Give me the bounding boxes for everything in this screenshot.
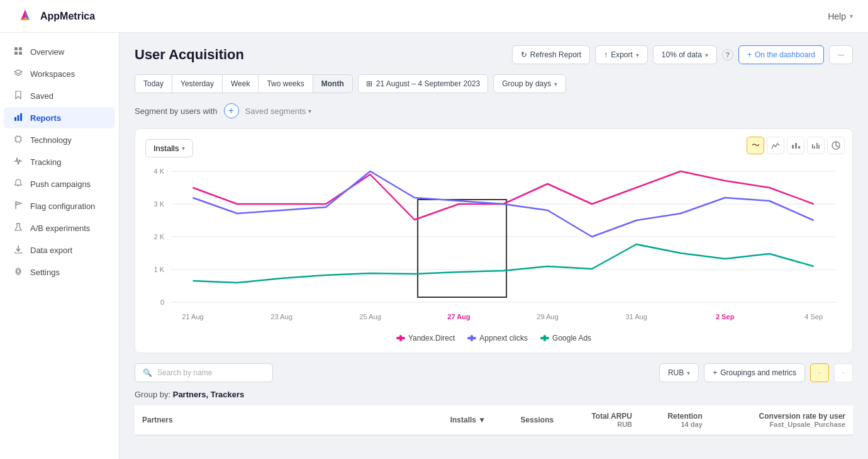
legend-yandex-direct: Yandex.Direct	[396, 334, 455, 343]
on-dashboard-btn[interactable]: + On the dashboard	[738, 45, 824, 64]
svg-text:27 Aug: 27 Aug	[447, 313, 470, 320]
svg-rect-25	[792, 145, 794, 149]
grouped-bar-chart-btn[interactable]	[807, 137, 825, 154]
svg-point-24	[17, 270, 20, 273]
svg-rect-2	[14, 47, 18, 50]
date-tab-two-weeks[interactable]: Two weeks	[259, 75, 313, 93]
groupings-metrics-btn[interactable]: + Groupings and metrics	[704, 363, 805, 382]
sidebar-item-label: Saved	[30, 91, 53, 101]
date-range-bar: TodayYesterdayWeekTwo weeksMonth ⊞ 21 Au…	[135, 74, 853, 93]
refresh-report-btn[interactable]: ↻ Refresh Report	[512, 45, 590, 64]
sidebar-item-saved[interactable]: Saved	[4, 85, 115, 106]
info-icon[interactable]: ?	[722, 49, 733, 60]
chevron-down-icon: ▾	[636, 52, 639, 59]
col-sub-3: RUB	[569, 421, 632, 428]
col-header-1[interactable]: Installs ▼	[422, 405, 493, 435]
date-tab-today[interactable]: Today	[135, 75, 172, 93]
grouped-bar-icon	[811, 141, 820, 150]
table-header-row: PartnersInstalls ▼SessionsTotal ARPURUBR…	[135, 405, 853, 435]
search-icon: 🔍	[143, 368, 152, 377]
search-by-name-input[interactable]: 🔍 Search by name	[135, 363, 273, 382]
date-tab-week[interactable]: Week	[223, 75, 259, 93]
sidebar-item-technology[interactable]: Technology	[4, 129, 115, 150]
date-tab-month[interactable]: Month	[313, 75, 352, 93]
logo-area: AppMetrica	[15, 6, 95, 26]
svg-rect-26	[795, 143, 797, 149]
table-list-view-btn[interactable]	[810, 363, 829, 382]
pie-chart-icon	[832, 141, 840, 150]
group-by-btn[interactable]: Group by days ▾	[493, 74, 566, 93]
svg-rect-3	[19, 47, 22, 50]
sidebar-item-label: Settings	[30, 268, 60, 277]
sidebar-item-workspaces[interactable]: Workspaces	[4, 63, 115, 84]
sidebar-item-overview[interactable]: Overview	[4, 41, 115, 62]
area-chart-btn[interactable]	[767, 137, 784, 154]
sidebar-item-label: Data export	[30, 246, 72, 255]
sidebar-item-tracking[interactable]: Tracking	[4, 151, 115, 173]
plus-icon: +	[713, 368, 717, 377]
svg-rect-64	[843, 372, 844, 373]
appnext-legend-icon	[467, 335, 476, 341]
svg-rect-28	[812, 144, 813, 149]
svg-text:2 Sep: 2 Sep	[716, 313, 735, 320]
google-ads-legend-icon	[540, 335, 549, 341]
col-header-2: Sessions	[493, 405, 561, 435]
chevron-down-icon: ▾	[308, 108, 311, 115]
sidebar-item-ab-experiments[interactable]: A/B experiments	[4, 217, 115, 239]
legend-appnext: Appnext clicks	[467, 334, 528, 343]
saved-icon	[14, 91, 24, 101]
date-tab-group: TodayYesterdayWeekTwo weeksMonth	[135, 74, 353, 93]
sidebar-item-label: Reports	[30, 113, 61, 123]
sidebar-item-data-export[interactable]: Data export	[4, 239, 115, 261]
flag-configuration-icon	[14, 201, 24, 211]
chevron-down-icon: ▾	[705, 52, 708, 59]
svg-rect-5	[19, 52, 22, 55]
date-tab-yesterday[interactable]: Yesterday	[172, 75, 223, 93]
area-chart-icon	[771, 141, 780, 150]
date-range-picker[interactable]: ⊞ 21 August – 4 September 2023	[358, 74, 488, 93]
svg-text:3 K: 3 K	[154, 200, 165, 208]
metric-select-btn[interactable]: Installs ▾	[145, 139, 193, 157]
chart-svg-area: 4 K 3 K 2 K 1 K 0 21 Aug 23 Aug 25 Aug 2…	[145, 165, 842, 329]
pie-chart-btn[interactable]	[827, 137, 845, 154]
segment-label: Segment by users with	[135, 106, 218, 116]
bar-chart-btn[interactable]	[787, 137, 804, 154]
svg-text:25 Aug: 25 Aug	[359, 313, 381, 320]
saved-segments-btn[interactable]: Saved segments ▾	[245, 106, 312, 116]
sidebar-item-flag-configuration[interactable]: Flag configuration	[4, 195, 115, 217]
svg-rect-9	[18, 115, 19, 121]
app-name: AppMetrica	[40, 11, 95, 22]
sidebar-item-reports[interactable]: Reports	[4, 107, 115, 128]
svg-rect-65	[843, 373, 843, 373]
app-logo	[15, 6, 35, 26]
refresh-icon: ↻	[521, 50, 527, 59]
sidebar-item-push-campaigns[interactable]: Push campaigns	[4, 173, 115, 195]
col-header-5: Conversion rate by userFast_Upsale_Purch…	[710, 405, 853, 435]
col-header-4: Retention14 day	[640, 405, 710, 435]
svg-rect-66	[843, 373, 844, 373]
help-btn[interactable]: Help ▾	[828, 11, 853, 21]
sidebar: Overview Workspaces Saved Reports Techno…	[0, 33, 120, 459]
svg-marker-6	[14, 70, 22, 74]
line-chart-btn[interactable]: 〜	[747, 137, 764, 154]
technology-icon	[14, 135, 24, 145]
page-title: User Acquisition	[135, 47, 244, 63]
sidebar-item-settings[interactable]: Settings	[4, 261, 115, 283]
add-segment-btn[interactable]: +	[224, 103, 239, 118]
table-grid-view-btn[interactable]	[834, 363, 853, 382]
data-percent-btn[interactable]: 10% of data ▾	[653, 45, 717, 64]
svg-rect-29	[814, 146, 815, 149]
settings-icon	[14, 267, 24, 277]
calendar-icon: ⊞	[366, 79, 372, 88]
svg-rect-11	[16, 137, 21, 142]
svg-rect-59	[543, 335, 546, 341]
more-options-btn[interactable]: ···	[829, 45, 853, 64]
svg-text:31 Aug: 31 Aug	[625, 313, 647, 320]
data-export-icon	[14, 245, 24, 255]
chart-legend: Yandex.Direct Appnext clicks Google Ads	[145, 334, 842, 343]
currency-btn[interactable]: RUB ▾	[659, 363, 699, 382]
svg-rect-30	[816, 143, 818, 149]
svg-rect-63	[843, 372, 843, 373]
export-btn[interactable]: ↑ Export ▾	[595, 45, 648, 64]
sidebar-item-label: Overview	[30, 47, 64, 57]
